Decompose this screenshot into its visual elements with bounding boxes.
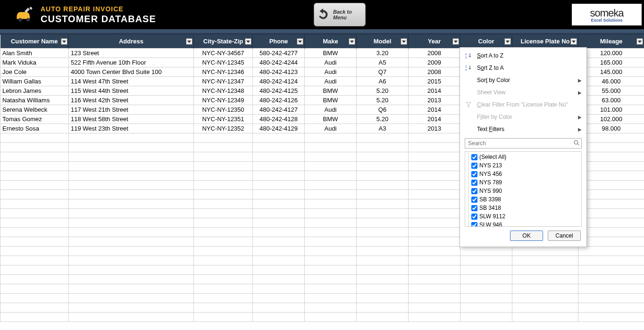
cell-addr[interactable]: 114 West 47th Street bbox=[69, 76, 194, 86]
filter-dropdown-button[interactable] bbox=[504, 38, 511, 45]
cell-addr[interactable]: 116 West 42th Street bbox=[69, 95, 194, 105]
cell-addr[interactable]: 4000 Town Center Blvd Suite 100 bbox=[69, 67, 194, 76]
table-row-empty[interactable] bbox=[0, 256, 644, 265]
cell-make[interactable]: Audi bbox=[305, 124, 357, 133]
cell-year[interactable]: 2009 bbox=[409, 58, 460, 67]
cell-name[interactable]: Natasha Williams bbox=[0, 95, 69, 105]
cancel-button[interactable]: Cancel bbox=[548, 231, 581, 241]
cell-addr[interactable]: 118 West 58th Street bbox=[69, 114, 194, 124]
filter-value-item[interactable]: SB 3418 bbox=[469, 204, 580, 212]
filter-value-checkbox[interactable] bbox=[471, 188, 477, 194]
cell-phone[interactable]: 580-242-4277 bbox=[253, 48, 305, 58]
cell-year[interactable]: 2008 bbox=[409, 48, 460, 58]
cell-phone[interactable]: 480-242-4129 bbox=[253, 124, 305, 133]
cell-model[interactable]: 5.20 bbox=[357, 86, 409, 95]
filter-value-checkbox[interactable] bbox=[471, 180, 477, 186]
text-filters-item[interactable]: Text Filters ▶ bbox=[460, 123, 586, 135]
cell-name[interactable]: Alan Smith bbox=[0, 48, 69, 58]
cell-mileage[interactable]: 101.000 bbox=[578, 105, 644, 114]
filter-value-item[interactable]: NYS 456 bbox=[469, 170, 580, 178]
cell-phone[interactable]: 480-242-4124 bbox=[253, 76, 305, 86]
filter-value-item[interactable]: SB 3398 bbox=[469, 195, 580, 204]
table-row-empty[interactable] bbox=[0, 274, 644, 284]
filter-value-checkbox[interactable] bbox=[471, 214, 477, 220]
cell-year[interactable]: 2015 bbox=[409, 76, 460, 86]
filter-value-item[interactable]: SLW 9112 bbox=[469, 212, 580, 221]
filter-dropdown-button[interactable] bbox=[401, 38, 407, 45]
cell-mileage[interactable]: 63.000 bbox=[578, 95, 644, 105]
cell-make[interactable]: Audi bbox=[305, 76, 357, 86]
filter-value-checkbox[interactable] bbox=[471, 154, 477, 160]
cell-mileage[interactable]: 55.000 bbox=[578, 86, 644, 95]
table-row-empty[interactable] bbox=[0, 293, 644, 303]
cell-year[interactable]: 2014 bbox=[409, 86, 460, 95]
cell-csz[interactable]: NYC-NY-12347 bbox=[194, 76, 253, 86]
cell-csz[interactable]: NYC-NY-12345 bbox=[194, 58, 253, 67]
cell-make[interactable]: BMW bbox=[305, 114, 357, 124]
cell-csz[interactable]: NYC-NY-12349 bbox=[194, 95, 253, 105]
cell-mileage[interactable]: 102.000 bbox=[578, 114, 644, 124]
filter-value-item[interactable]: SLW 946 bbox=[469, 221, 580, 227]
cell-csz[interactable]: NYC-NY-12346 bbox=[194, 67, 253, 76]
filter-value-item[interactable]: NYS 789 bbox=[469, 178, 580, 187]
cell-csz[interactable]: NYC-NY-34567 bbox=[194, 48, 253, 58]
cell-year[interactable]: 2014 bbox=[409, 114, 460, 124]
cell-name[interactable]: Lebron James bbox=[0, 86, 69, 95]
filter-value-checkbox[interactable] bbox=[471, 197, 477, 203]
cell-addr[interactable]: 123 Street bbox=[69, 48, 194, 58]
table-row-empty[interactable] bbox=[0, 312, 644, 322]
filter-dropdown-button[interactable] bbox=[297, 38, 303, 45]
cell-year[interactable]: 2013 bbox=[409, 124, 460, 133]
cell-phone[interactable]: 480-242-4127 bbox=[253, 105, 305, 114]
filter-value-checkbox[interactable] bbox=[471, 171, 477, 177]
cell-phone[interactable]: 480-242-4123 bbox=[253, 67, 305, 76]
cell-model[interactable]: 5.20 bbox=[357, 114, 409, 124]
filter-dropdown-button[interactable] bbox=[186, 38, 192, 45]
filter-value-item[interactable]: NYS 213 bbox=[469, 161, 580, 170]
cell-csz[interactable]: NYC-NY-12348 bbox=[194, 86, 253, 95]
cell-model[interactable]: A5 bbox=[357, 58, 409, 67]
table-row-empty[interactable] bbox=[0, 303, 644, 312]
table-row-empty[interactable] bbox=[0, 265, 644, 274]
cell-make[interactable]: Audi bbox=[305, 67, 357, 76]
cell-year[interactable]: 2013 bbox=[409, 95, 460, 105]
cell-name[interactable]: William Gallas bbox=[0, 76, 69, 86]
table-row-empty[interactable] bbox=[0, 284, 644, 293]
cell-addr[interactable]: 117 West 21th Street bbox=[69, 105, 194, 114]
cell-addr[interactable]: 115 West 44th Street bbox=[69, 86, 194, 95]
filter-dropdown-button[interactable] bbox=[61, 38, 67, 45]
filter-dropdown-button[interactable] bbox=[245, 38, 251, 45]
filter-search-input[interactable] bbox=[465, 138, 582, 148]
cell-phone[interactable]: 480-242-4125 bbox=[253, 86, 305, 95]
cell-year[interactable]: 2014 bbox=[409, 105, 460, 114]
filter-value-item[interactable]: NYS 990 bbox=[469, 187, 580, 195]
table-row-empty[interactable] bbox=[0, 246, 644, 256]
filter-value-checkbox[interactable] bbox=[471, 163, 477, 169]
cell-mileage[interactable]: 120.000 bbox=[578, 48, 644, 58]
cell-name[interactable]: Ernesto Sosa bbox=[0, 124, 69, 133]
cell-mileage[interactable]: 46.000 bbox=[578, 76, 644, 86]
cell-model[interactable]: A6 bbox=[357, 76, 409, 86]
filter-dropdown-button[interactable] bbox=[636, 38, 643, 45]
filter-dropdown-button[interactable] bbox=[452, 38, 459, 45]
cell-csz[interactable]: NYC-NY-12351 bbox=[194, 114, 253, 124]
cell-mileage[interactable]: 145.000 bbox=[578, 67, 644, 76]
sort-za-item[interactable]: ZA Sort Z to A bbox=[460, 62, 586, 74]
cell-model[interactable]: Q7 bbox=[357, 67, 409, 76]
cell-make[interactable]: BMW bbox=[305, 95, 357, 105]
cell-make[interactable]: BMW bbox=[305, 48, 357, 58]
cell-phone[interactable]: 480-242-4244 bbox=[253, 58, 305, 67]
cell-csz[interactable]: NYC-NY-12352 bbox=[194, 124, 253, 133]
back-to-menu-button[interactable]: Back toMenu bbox=[314, 3, 366, 26]
cell-year[interactable]: 2008 bbox=[409, 67, 460, 76]
cell-mileage[interactable]: 165.000 bbox=[578, 58, 644, 67]
filter-dropdown-button[interactable] bbox=[570, 38, 577, 45]
cell-csz[interactable]: NYC-NY-12350 bbox=[194, 105, 253, 114]
cell-mileage[interactable]: 98.000 bbox=[578, 124, 644, 133]
filter-value-checkbox[interactable] bbox=[471, 205, 477, 211]
filter-value-item[interactable]: (Select All) bbox=[469, 153, 580, 161]
sort-az-item[interactable]: AZ Sort A to Z bbox=[460, 50, 586, 62]
filter-values-list[interactable]: (Select All)NYS 213NYS 456NYS 789NYS 990… bbox=[465, 151, 582, 227]
cell-model[interactable]: 3.20 bbox=[357, 48, 409, 58]
cell-model[interactable]: Q6 bbox=[357, 105, 409, 114]
